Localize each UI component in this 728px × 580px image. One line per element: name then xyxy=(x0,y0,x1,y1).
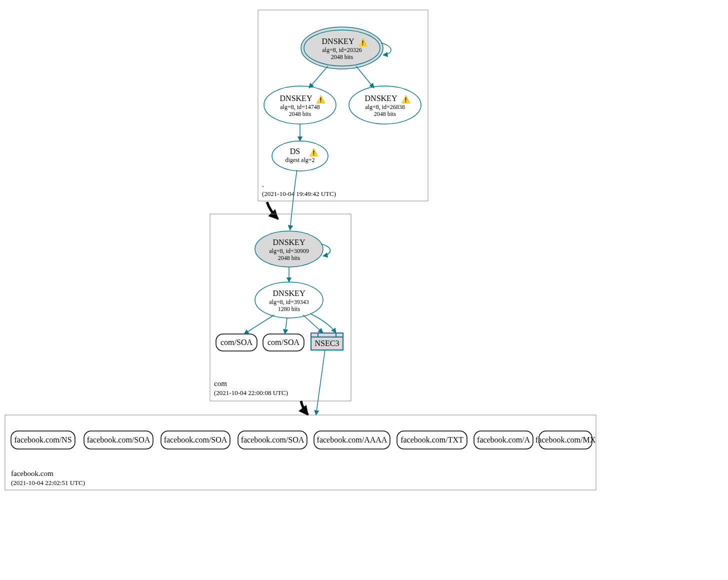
node-com-nsec3: NSEC3 xyxy=(311,333,343,350)
svg-text:facebook.com/MX: facebook.com/MX xyxy=(536,436,596,444)
zone-root-time: (2021-10-04 19:49:42 UTC) xyxy=(262,190,336,198)
svg-text:alg=8, id=20326: alg=8, id=20326 xyxy=(322,46,362,54)
svg-text:alg=8, id=14748: alg=8, id=14748 xyxy=(280,104,320,110)
zone-com-name: com xyxy=(214,380,227,388)
node-fb-soa2: facebook.com/SOA xyxy=(161,431,230,449)
svg-text:1280 bits: 1280 bits xyxy=(278,306,300,312)
node-fb-soa3: facebook.com/SOA xyxy=(238,431,307,449)
edge-com-zsk-soa1 xyxy=(244,315,274,334)
edge-com-zsk-soa2 xyxy=(285,318,287,334)
svg-text:alg=8, id=30909: alg=8, id=30909 xyxy=(269,248,309,254)
zone-fb-box xyxy=(5,415,596,490)
edge-com-zsk-nsec3-1 xyxy=(303,315,323,333)
svg-text:DNSKEY: DNSKEY xyxy=(273,238,306,246)
svg-text:2048 bits: 2048 bits xyxy=(374,110,396,118)
node-root-ds: DS ⚠️ digest alg=2 xyxy=(272,141,328,171)
node-root-zsk1: DNSKEY ⚠️ alg=8, id=14748 2048 bits xyxy=(264,86,336,124)
node-root-zsk2: DNSKEY ⚠️ alg=8, id=26838 2048 bits xyxy=(349,86,421,124)
node-root-ksk: DNSKEY ⚠️ alg=8, id=20326 2048 bits xyxy=(301,27,383,69)
svg-text:alg=8, id=39343: alg=8, id=39343 xyxy=(269,298,309,306)
edge-com-zsk-nsec3-2 xyxy=(311,314,336,333)
svg-text:digest alg=2: digest alg=2 xyxy=(285,156,314,164)
node-fb-mx: facebook.com/MX xyxy=(536,431,596,449)
svg-text:NSEC3: NSEC3 xyxy=(315,339,340,348)
svg-text:facebook.com/AAAA: facebook.com/AAAA xyxy=(317,436,388,444)
svg-text:DNSKEY: DNSKEY xyxy=(273,289,306,298)
svg-text:DS: DS xyxy=(290,147,300,156)
warning-icon: ⚠️ xyxy=(309,148,318,157)
node-com-zsk: DNSKEY alg=8, id=39343 1280 bits xyxy=(255,282,323,318)
node-fb-soa1: facebook.com/SOA xyxy=(84,431,153,449)
node-fb-a: facebook.com/A xyxy=(474,431,533,449)
svg-text:facebook.com/A: facebook.com/A xyxy=(477,436,530,444)
edge-root-ds-com-ksk xyxy=(290,170,297,230)
svg-text:facebook.com/SOA: facebook.com/SOA xyxy=(87,436,150,444)
node-com-ksk: DNSKEY alg=8, id=30909 2048 bits xyxy=(255,231,323,267)
svg-text:2048 bits: 2048 bits xyxy=(278,254,300,262)
svg-text:facebook.com/SOA: facebook.com/SOA xyxy=(241,436,304,444)
warning-icon: ⚠️ xyxy=(316,95,326,104)
zone-fb-time: (2021-10-04 22:02:51 UTC) xyxy=(11,479,85,486)
node-com-soa1: com/SOA xyxy=(216,334,257,351)
svg-text:DNSKEY: DNSKEY xyxy=(365,94,398,102)
svg-text:com/SOA: com/SOA xyxy=(220,338,252,346)
node-fb-aaaa: facebook.com/AAAA xyxy=(314,431,390,449)
zone-com-time: (2021-10-04 22:00:08 UTC) xyxy=(214,389,288,396)
svg-text:DNSKEY: DNSKEY xyxy=(280,94,312,102)
zone-root-name: . xyxy=(262,180,264,188)
dnsviz-diagram: . (2021-10-04 19:49:42 UTC) DNSKEY ⚠️ al… xyxy=(0,0,728,580)
svg-text:DNSKEY: DNSKEY xyxy=(322,37,354,46)
svg-text:alg=8, id=26838: alg=8, id=26838 xyxy=(365,104,405,110)
edge-root-ksk-zsk2 xyxy=(356,66,374,88)
svg-point-13 xyxy=(272,141,328,171)
svg-text:2048 bits: 2048 bits xyxy=(331,54,354,60)
node-fb-ns: facebook.com/NS xyxy=(11,431,75,449)
edge-root-com-delegation xyxy=(267,202,278,219)
svg-text:facebook.com/TXT: facebook.com/TXT xyxy=(400,436,464,444)
edge-root-ksk-zsk1 xyxy=(309,66,328,88)
edge-com-fb-delegation xyxy=(301,401,308,415)
svg-text:facebook.com/SOA: facebook.com/SOA xyxy=(164,436,228,444)
node-com-soa2: com/SOA xyxy=(263,334,304,351)
zone-fb-name: facebook.com xyxy=(11,470,54,478)
svg-text:2048 bits: 2048 bits xyxy=(289,110,312,118)
edge-com-nsec3-fb xyxy=(316,350,325,415)
node-fb-txt: facebook.com/TXT xyxy=(397,431,467,449)
warning-icon: ⚠️ xyxy=(358,38,368,47)
warning-icon: ⚠️ xyxy=(401,95,410,104)
svg-text:com/SOA: com/SOA xyxy=(268,338,300,346)
svg-text:facebook.com/NS: facebook.com/NS xyxy=(14,436,72,444)
